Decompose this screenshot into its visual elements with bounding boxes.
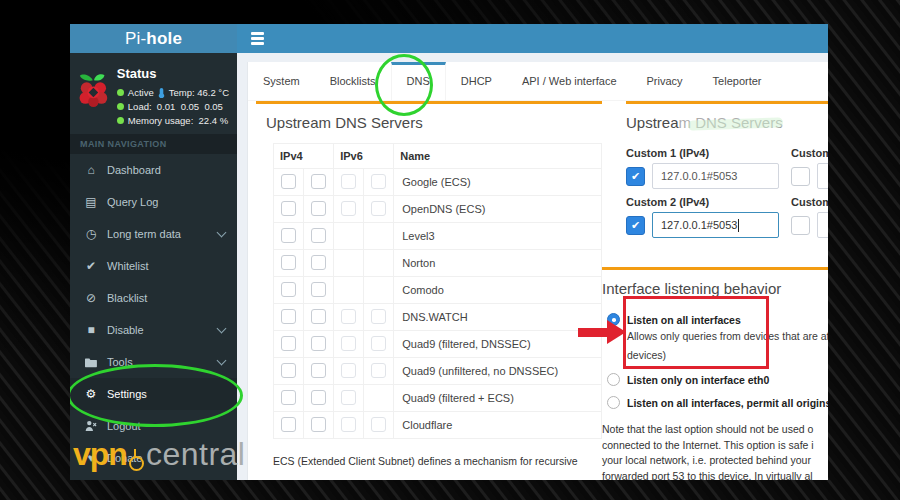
- ipv4-checkbox[interactable]: [311, 390, 326, 405]
- green-dot-icon: [117, 89, 124, 96]
- tab-system[interactable]: System: [248, 62, 315, 100]
- sidebar-item-label: Tools: [107, 356, 133, 368]
- option-description: devices): [627, 347, 828, 364]
- sidebar-item-dashboard[interactable]: ⌂Dashboard: [70, 154, 237, 186]
- ipv6-checkbox[interactable]: [341, 201, 356, 216]
- custom-dns-checkbox[interactable]: ✔: [626, 216, 645, 235]
- main-content: SystemBlocklistsDNSDHCPAPI / Web interfa…: [237, 53, 828, 480]
- ipv6-checkbox[interactable]: [341, 336, 356, 351]
- checkbox-cell: [304, 169, 334, 196]
- ipv4-checkbox[interactable]: [281, 282, 296, 297]
- listening-options: Listen on all interfacesAllows only quer…: [602, 313, 828, 410]
- custom-dns-checkbox[interactable]: [791, 167, 810, 186]
- ipv4-checkbox[interactable]: [311, 174, 326, 189]
- ipv4-checkbox[interactable]: [311, 228, 326, 243]
- checkbox-cell: [364, 412, 394, 439]
- custom-dns-checkbox[interactable]: [791, 216, 810, 235]
- sidebar-item-query-log[interactable]: ▤Query Log: [70, 186, 237, 218]
- ipv4-checkbox[interactable]: [311, 417, 326, 432]
- status-load-line: Load: 0.01 0.05 0.05: [117, 101, 229, 112]
- raspberry-logo-icon: [78, 62, 109, 118]
- chevron-down-icon: [217, 324, 227, 334]
- tab-dhcp[interactable]: DHCP: [446, 62, 507, 100]
- checkbox-cell: [334, 196, 364, 223]
- ipv6-checkbox[interactable]: [371, 417, 386, 432]
- ipv6-checkbox[interactable]: [371, 336, 386, 351]
- custom-dns-input[interactable]: [817, 163, 828, 189]
- radio-button[interactable]: [607, 373, 620, 386]
- checkbox-cell: [334, 331, 364, 358]
- clock-icon: ◷: [82, 228, 100, 240]
- ipv4-checkbox[interactable]: [281, 309, 296, 324]
- custom-dns-3: Custom 3 (IPv6): [791, 147, 828, 189]
- custom-dns-input[interactable]: 127.0.0.1#5053: [652, 163, 779, 189]
- ipv6-checkbox[interactable]: [341, 309, 356, 324]
- checkbox-cell: [274, 277, 304, 304]
- sidebar-item-whitelist[interactable]: ✔Whitelist: [70, 250, 237, 282]
- radio-button[interactable]: [607, 396, 620, 409]
- thermometer-icon: [158, 88, 165, 98]
- sidebar-item-logout[interactable]: Logout: [70, 410, 237, 442]
- tab-blocklists[interactable]: Blocklists: [315, 62, 391, 100]
- sidebar-item-label: Long term data: [107, 228, 181, 240]
- custom-dns-input[interactable]: [817, 212, 828, 238]
- ipv6-checkbox[interactable]: [341, 174, 356, 189]
- note-line: Note that the last option should not be …: [602, 422, 828, 438]
- listening-option: Listen only on interface eth0: [602, 373, 828, 387]
- interface-listening-box: Interface listening behavior Listen on a…: [602, 267, 828, 480]
- ipv6-checkbox[interactable]: [341, 390, 356, 405]
- tab-teleporter[interactable]: Teleporter: [698, 62, 777, 100]
- ipv4-checkbox[interactable]: [311, 255, 326, 270]
- ipv4-checkbox[interactable]: [311, 336, 326, 351]
- tab-dns[interactable]: DNS: [391, 62, 446, 100]
- ipv4-checkbox[interactable]: [311, 363, 326, 378]
- checkbox-cell: [364, 250, 394, 277]
- ipv4-checkbox[interactable]: [281, 228, 296, 243]
- sidebar-item-tools[interactable]: Tools: [70, 346, 237, 378]
- sidebar-item-settings[interactable]: ⚙Settings: [70, 378, 237, 410]
- ipv6-checkbox[interactable]: [371, 363, 386, 378]
- status-memory-line: Memory usage: 22.4 %: [117, 115, 229, 126]
- checkbox-cell: [364, 277, 394, 304]
- ipv4-checkbox[interactable]: [281, 201, 296, 216]
- ipv4-checkbox[interactable]: [311, 282, 326, 297]
- table-row: DNS.WATCH: [274, 304, 602, 331]
- pihole-logo[interactable]: Pi-hole: [70, 24, 237, 53]
- ipv4-checkbox[interactable]: [281, 363, 296, 378]
- ipv6-checkbox[interactable]: [341, 417, 356, 432]
- custom-dns-4: Custom 4 (IPv6): [791, 196, 828, 238]
- checkbox-cell: [334, 412, 364, 439]
- ipv6-checkbox[interactable]: [371, 309, 386, 324]
- menu-toggle-icon[interactable]: [251, 32, 264, 44]
- ipv6-checkbox[interactable]: [341, 363, 356, 378]
- ipv4-checkbox[interactable]: [281, 417, 296, 432]
- home-icon: ⌂: [82, 164, 100, 176]
- custom-dns-input[interactable]: 127.0.0.1#5053: [652, 212, 779, 238]
- dns-server-name: Google (ECS): [394, 169, 602, 196]
- table-row: Cloudflare: [274, 412, 602, 439]
- note-line: your local network, i.e. protected behin…: [602, 453, 828, 469]
- custom-dns-checkbox[interactable]: ✔: [626, 167, 645, 186]
- ipv4-checkbox[interactable]: [281, 336, 296, 351]
- custom-dns-2: Custom 2 (IPv4)✔127.0.0.1#5053: [626, 196, 791, 238]
- dns-server-name: DNS.WATCH: [394, 304, 602, 331]
- sidebar-item-disable[interactable]: ■Disable: [70, 314, 237, 346]
- ipv4-checkbox[interactable]: [281, 255, 296, 270]
- sidebar-item-blacklist[interactable]: ⊘Blacklist: [70, 282, 237, 314]
- sidebar-item-donate[interactable]: ♥Donate: [70, 442, 237, 474]
- file-icon: ▤: [82, 196, 100, 208]
- ipv6-checkbox[interactable]: [371, 201, 386, 216]
- tab-api-web-interface[interactable]: API / Web interface: [507, 62, 632, 100]
- tab-privacy[interactable]: Privacy: [632, 62, 698, 100]
- ipv6-checkbox[interactable]: [371, 174, 386, 189]
- logout-icon: [82, 420, 100, 433]
- upstream-dns-box: Upstream DNS Servers IPv4 IPv6 Name Goog…: [256, 101, 602, 480]
- ipv4-checkbox[interactable]: [281, 390, 296, 405]
- sidebar-item-long-term-data[interactable]: ◷Long term data: [70, 218, 237, 250]
- text-caret: [738, 219, 739, 232]
- ipv4-checkbox[interactable]: [281, 174, 296, 189]
- listening-option: Listen on all interfaces, permit all ori…: [602, 396, 828, 410]
- ipv4-checkbox[interactable]: [311, 201, 326, 216]
- ipv4-checkbox[interactable]: [311, 309, 326, 324]
- radio-button[interactable]: [607, 313, 620, 326]
